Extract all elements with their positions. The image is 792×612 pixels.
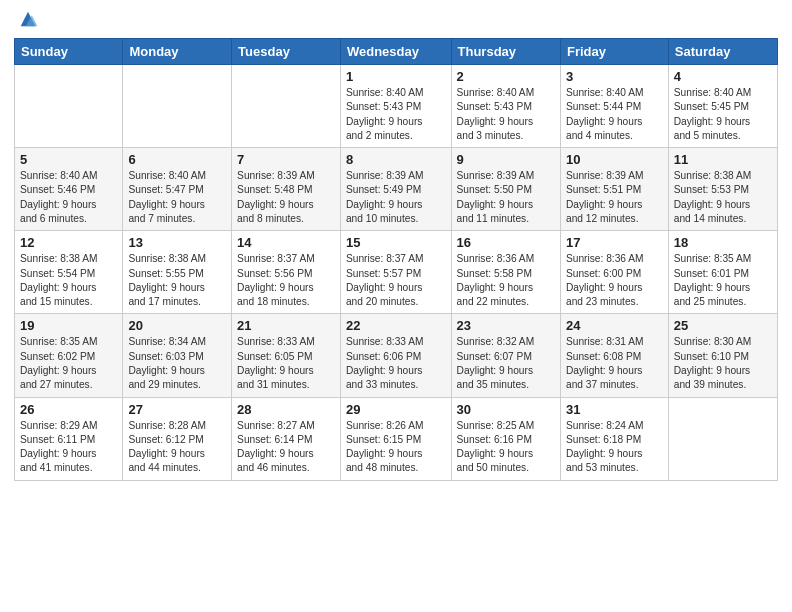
- day-number: 17: [566, 235, 663, 250]
- calendar-cell: 29Sunrise: 8:26 AMSunset: 6:15 PMDayligh…: [340, 397, 451, 480]
- day-info: Sunrise: 8:29 AMSunset: 6:11 PMDaylight:…: [20, 419, 117, 476]
- day-number: 4: [674, 69, 772, 84]
- day-number: 23: [457, 318, 555, 333]
- header: [14, 10, 778, 30]
- week-row-5: 26Sunrise: 8:29 AMSunset: 6:11 PMDayligh…: [15, 397, 778, 480]
- day-info: Sunrise: 8:38 AMSunset: 5:55 PMDaylight:…: [128, 252, 226, 309]
- calendar-cell: 5Sunrise: 8:40 AMSunset: 5:46 PMDaylight…: [15, 148, 123, 231]
- day-number: 12: [20, 235, 117, 250]
- day-info: Sunrise: 8:30 AMSunset: 6:10 PMDaylight:…: [674, 335, 772, 392]
- day-info: Sunrise: 8:35 AMSunset: 6:02 PMDaylight:…: [20, 335, 117, 392]
- day-info: Sunrise: 8:32 AMSunset: 6:07 PMDaylight:…: [457, 335, 555, 392]
- day-info: Sunrise: 8:40 AMSunset: 5:44 PMDaylight:…: [566, 86, 663, 143]
- calendar-cell: [232, 65, 341, 148]
- calendar-cell: 2Sunrise: 8:40 AMSunset: 5:43 PMDaylight…: [451, 65, 560, 148]
- week-row-4: 19Sunrise: 8:35 AMSunset: 6:02 PMDayligh…: [15, 314, 778, 397]
- calendar-cell: 3Sunrise: 8:40 AMSunset: 5:44 PMDaylight…: [560, 65, 668, 148]
- calendar-cell: 1Sunrise: 8:40 AMSunset: 5:43 PMDaylight…: [340, 65, 451, 148]
- day-info: Sunrise: 8:38 AMSunset: 5:54 PMDaylight:…: [20, 252, 117, 309]
- day-info: Sunrise: 8:38 AMSunset: 5:53 PMDaylight:…: [674, 169, 772, 226]
- calendar-cell: 17Sunrise: 8:36 AMSunset: 6:00 PMDayligh…: [560, 231, 668, 314]
- day-info: Sunrise: 8:40 AMSunset: 5:43 PMDaylight:…: [457, 86, 555, 143]
- day-number: 8: [346, 152, 446, 167]
- page: SundayMondayTuesdayWednesdayThursdayFrid…: [0, 0, 792, 612]
- calendar-cell: 7Sunrise: 8:39 AMSunset: 5:48 PMDaylight…: [232, 148, 341, 231]
- day-info: Sunrise: 8:39 AMSunset: 5:48 PMDaylight:…: [237, 169, 335, 226]
- day-info: Sunrise: 8:40 AMSunset: 5:43 PMDaylight:…: [346, 86, 446, 143]
- calendar-cell: 25Sunrise: 8:30 AMSunset: 6:10 PMDayligh…: [668, 314, 777, 397]
- calendar-cell: 12Sunrise: 8:38 AMSunset: 5:54 PMDayligh…: [15, 231, 123, 314]
- weekday-header-thursday: Thursday: [451, 39, 560, 65]
- day-info: Sunrise: 8:36 AMSunset: 6:00 PMDaylight:…: [566, 252, 663, 309]
- weekday-header-monday: Monday: [123, 39, 232, 65]
- calendar-cell: 9Sunrise: 8:39 AMSunset: 5:50 PMDaylight…: [451, 148, 560, 231]
- calendar-cell: 22Sunrise: 8:33 AMSunset: 6:06 PMDayligh…: [340, 314, 451, 397]
- day-info: Sunrise: 8:33 AMSunset: 6:05 PMDaylight:…: [237, 335, 335, 392]
- calendar-cell: [123, 65, 232, 148]
- day-info: Sunrise: 8:37 AMSunset: 5:57 PMDaylight:…: [346, 252, 446, 309]
- day-info: Sunrise: 8:39 AMSunset: 5:50 PMDaylight:…: [457, 169, 555, 226]
- calendar-cell: 23Sunrise: 8:32 AMSunset: 6:07 PMDayligh…: [451, 314, 560, 397]
- day-number: 18: [674, 235, 772, 250]
- day-info: Sunrise: 8:26 AMSunset: 6:15 PMDaylight:…: [346, 419, 446, 476]
- day-number: 21: [237, 318, 335, 333]
- day-info: Sunrise: 8:35 AMSunset: 6:01 PMDaylight:…: [674, 252, 772, 309]
- calendar-cell: 14Sunrise: 8:37 AMSunset: 5:56 PMDayligh…: [232, 231, 341, 314]
- day-info: Sunrise: 8:27 AMSunset: 6:14 PMDaylight:…: [237, 419, 335, 476]
- calendar-cell: 15Sunrise: 8:37 AMSunset: 5:57 PMDayligh…: [340, 231, 451, 314]
- day-number: 27: [128, 402, 226, 417]
- day-info: Sunrise: 8:34 AMSunset: 6:03 PMDaylight:…: [128, 335, 226, 392]
- calendar-table: SundayMondayTuesdayWednesdayThursdayFrid…: [14, 38, 778, 481]
- day-number: 16: [457, 235, 555, 250]
- day-number: 14: [237, 235, 335, 250]
- calendar-cell: 19Sunrise: 8:35 AMSunset: 6:02 PMDayligh…: [15, 314, 123, 397]
- calendar-cell: 21Sunrise: 8:33 AMSunset: 6:05 PMDayligh…: [232, 314, 341, 397]
- day-info: Sunrise: 8:37 AMSunset: 5:56 PMDaylight:…: [237, 252, 335, 309]
- calendar-cell: 6Sunrise: 8:40 AMSunset: 5:47 PMDaylight…: [123, 148, 232, 231]
- weekday-header-sunday: Sunday: [15, 39, 123, 65]
- day-number: 25: [674, 318, 772, 333]
- calendar-cell: 26Sunrise: 8:29 AMSunset: 6:11 PMDayligh…: [15, 397, 123, 480]
- day-info: Sunrise: 8:39 AMSunset: 5:49 PMDaylight:…: [346, 169, 446, 226]
- day-number: 9: [457, 152, 555, 167]
- day-number: 2: [457, 69, 555, 84]
- day-number: 29: [346, 402, 446, 417]
- day-info: Sunrise: 8:40 AMSunset: 5:47 PMDaylight:…: [128, 169, 226, 226]
- day-info: Sunrise: 8:31 AMSunset: 6:08 PMDaylight:…: [566, 335, 663, 392]
- weekday-header-row: SundayMondayTuesdayWednesdayThursdayFrid…: [15, 39, 778, 65]
- calendar-cell: 13Sunrise: 8:38 AMSunset: 5:55 PMDayligh…: [123, 231, 232, 314]
- calendar-cell: 30Sunrise: 8:25 AMSunset: 6:16 PMDayligh…: [451, 397, 560, 480]
- week-row-3: 12Sunrise: 8:38 AMSunset: 5:54 PMDayligh…: [15, 231, 778, 314]
- weekday-header-saturday: Saturday: [668, 39, 777, 65]
- calendar-cell: 11Sunrise: 8:38 AMSunset: 5:53 PMDayligh…: [668, 148, 777, 231]
- weekday-header-friday: Friday: [560, 39, 668, 65]
- day-info: Sunrise: 8:24 AMSunset: 6:18 PMDaylight:…: [566, 419, 663, 476]
- calendar-cell: 8Sunrise: 8:39 AMSunset: 5:49 PMDaylight…: [340, 148, 451, 231]
- calendar-cell: 24Sunrise: 8:31 AMSunset: 6:08 PMDayligh…: [560, 314, 668, 397]
- day-number: 6: [128, 152, 226, 167]
- logo-icon: [17, 8, 39, 30]
- calendar-cell: 28Sunrise: 8:27 AMSunset: 6:14 PMDayligh…: [232, 397, 341, 480]
- day-number: 26: [20, 402, 117, 417]
- day-number: 19: [20, 318, 117, 333]
- calendar-cell: [668, 397, 777, 480]
- calendar-cell: 4Sunrise: 8:40 AMSunset: 5:45 PMDaylight…: [668, 65, 777, 148]
- logo: [14, 10, 39, 30]
- calendar-cell: 10Sunrise: 8:39 AMSunset: 5:51 PMDayligh…: [560, 148, 668, 231]
- day-number: 13: [128, 235, 226, 250]
- calendar-cell: 16Sunrise: 8:36 AMSunset: 5:58 PMDayligh…: [451, 231, 560, 314]
- day-number: 28: [237, 402, 335, 417]
- calendar-cell: 20Sunrise: 8:34 AMSunset: 6:03 PMDayligh…: [123, 314, 232, 397]
- day-info: Sunrise: 8:25 AMSunset: 6:16 PMDaylight:…: [457, 419, 555, 476]
- calendar-cell: 27Sunrise: 8:28 AMSunset: 6:12 PMDayligh…: [123, 397, 232, 480]
- week-row-2: 5Sunrise: 8:40 AMSunset: 5:46 PMDaylight…: [15, 148, 778, 231]
- calendar-cell: 18Sunrise: 8:35 AMSunset: 6:01 PMDayligh…: [668, 231, 777, 314]
- day-info: Sunrise: 8:36 AMSunset: 5:58 PMDaylight:…: [457, 252, 555, 309]
- day-number: 30: [457, 402, 555, 417]
- day-info: Sunrise: 8:40 AMSunset: 5:46 PMDaylight:…: [20, 169, 117, 226]
- day-info: Sunrise: 8:28 AMSunset: 6:12 PMDaylight:…: [128, 419, 226, 476]
- day-number: 10: [566, 152, 663, 167]
- day-number: 20: [128, 318, 226, 333]
- day-number: 24: [566, 318, 663, 333]
- day-number: 1: [346, 69, 446, 84]
